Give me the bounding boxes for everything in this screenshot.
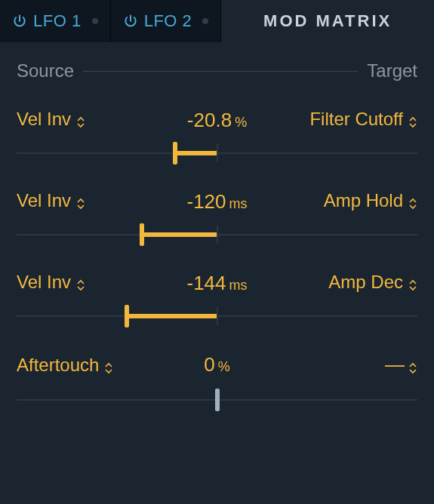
value-number: 0 [204,353,214,376]
header-source: Source [17,60,74,81]
amount-slider[interactable] [17,140,417,166]
target-select[interactable]: Amp Hold [324,190,417,211]
mod-row-labels: Vel Inv-144msAmp Dec [17,272,417,293]
updown-icon [408,112,417,126]
target-label: Amp Dec [328,272,403,293]
updown-icon [408,194,417,207]
target-select[interactable]: Filter Cutoff [309,109,417,130]
value-number: -120 [186,190,226,214]
value-unit: % [235,115,247,131]
power-icon [12,14,27,29]
slider-fill [142,232,217,237]
amount-slider[interactable] [17,303,417,329]
header-target: Target [367,60,417,81]
source-select[interactable]: Aftertouch [17,355,113,376]
tab-mod-matrix[interactable]: MOD MATRIX [221,0,434,42]
source-label: Vel Inv [17,190,71,211]
target-label: Amp Hold [324,190,403,211]
mod-row: Vel Inv-144msAmp Dec [17,255,417,337]
updown-icon [104,358,113,372]
amount-value[interactable]: -20.8% [187,109,247,132]
amount-slider[interactable] [17,387,417,413]
amount-value[interactable]: -120ms [186,190,247,214]
source-select[interactable]: Vel Inv [17,190,85,211]
power-icon [123,14,138,29]
updown-icon [408,275,417,289]
header-divider [83,71,358,72]
source-label: Aftertouch [17,355,99,376]
source-select[interactable]: Vel Inv [17,109,85,130]
updown-icon [76,275,85,289]
slider-thumb[interactable] [140,223,144,246]
value-unit: ms [229,196,248,212]
mod-rows: Vel Inv-20.8%Filter CutoffVel Inv-120msA… [0,88,434,420]
source-label: Vel Inv [17,109,71,130]
slider-thumb[interactable] [125,305,129,327]
tab-bar: LFO 1 LFO 2 MOD MATRIX [0,0,434,42]
mod-row: Vel Inv-20.8%Filter Cutoff [17,92,417,174]
updown-icon [76,194,85,207]
slider-thumb[interactable] [173,142,177,164]
updown-icon [408,358,417,372]
value-unit: % [218,359,230,375]
target-label: Filter Cutoff [309,109,403,130]
tab-lfo1-label: LFO 1 [33,11,82,31]
column-header: Source Target [0,42,434,88]
amount-slider[interactable] [17,222,417,247]
slider-fill [127,314,217,318]
indicator-dot [92,18,98,24]
source-label: Vel Inv [17,272,71,293]
mod-row: Vel Inv-120msAmp Hold [17,174,417,255]
tab-matrix-label: MOD MATRIX [263,11,392,31]
target-label: — [385,353,403,376]
updown-icon [76,112,85,126]
amount-value[interactable]: -144ms [186,272,247,295]
slider-thumb[interactable] [215,389,220,411]
tab-lfo2[interactable]: LFO 2 [111,0,222,42]
value-unit: ms [229,278,248,293]
value-number: -20.8 [187,109,232,132]
tab-lfo1[interactable]: LFO 1 [0,0,111,42]
amount-value[interactable]: 0% [204,353,229,376]
target-select[interactable]: Amp Dec [328,272,417,293]
target-select[interactable]: — [385,353,417,376]
indicator-dot [202,18,208,24]
slider-fill [175,151,217,155]
value-number: -144 [186,272,226,295]
mod-row-labels: Vel Inv-20.8%Filter Cutoff [17,109,417,130]
mod-row: Aftertouch0%— [17,337,417,420]
mod-row-labels: Aftertouch0%— [17,353,417,376]
tab-lfo2-label: LFO 2 [144,11,192,31]
mod-row-labels: Vel Inv-120msAmp Hold [17,190,417,211]
source-select[interactable]: Vel Inv [17,272,85,293]
